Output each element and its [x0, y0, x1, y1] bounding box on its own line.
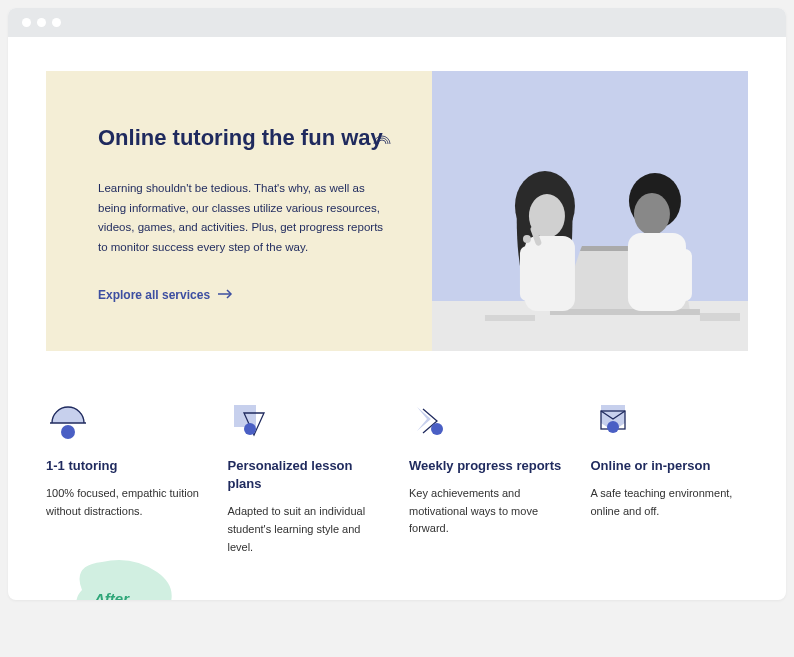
feature-title: 1-1 tutoring	[46, 457, 204, 475]
tutoring-icon	[46, 399, 204, 441]
feature-title: Personalized lesson plans	[228, 457, 386, 493]
svg-point-18	[61, 425, 75, 439]
hero-text-panel: Online tutoring the fun way Learning sho…	[46, 71, 432, 351]
browser-window: Online tutoring the fun way Learning sho…	[8, 8, 786, 600]
hero-description: Learning shouldn't be tedious. That's wh…	[98, 179, 392, 257]
svg-point-9	[523, 235, 531, 243]
hero-title: Online tutoring the fun way	[98, 125, 392, 151]
feature-title: Online or in-person	[591, 457, 749, 475]
feature-description: Key achievements and motivational ways t…	[409, 485, 567, 538]
svg-point-12	[634, 193, 670, 235]
students-photo	[432, 71, 748, 351]
page-content: Online tutoring the fun way Learning sho…	[8, 37, 786, 600]
svg-rect-15	[485, 315, 535, 321]
reports-icon	[409, 399, 567, 441]
feature-description: Adapted to suit an individual student's …	[228, 503, 386, 556]
browser-titlebar	[8, 8, 786, 37]
hero-image-panel	[432, 71, 748, 351]
features-row: 1-1 tutoring 100% focused, empathic tuit…	[46, 399, 748, 556]
svg-rect-8	[520, 246, 534, 301]
personalized-icon	[228, 399, 386, 441]
svg-point-21	[244, 423, 256, 435]
svg-point-25	[607, 421, 619, 433]
svg-rect-14	[678, 249, 692, 301]
online-icon	[591, 399, 749, 441]
svg-rect-13	[628, 233, 686, 311]
svg-point-23	[431, 423, 443, 435]
svg-rect-16	[700, 313, 740, 321]
rainbow-icon	[372, 131, 392, 149]
after-badge: After	[62, 550, 182, 600]
feature-tutoring: 1-1 tutoring 100% focused, empathic tuit…	[46, 399, 204, 556]
explore-services-link[interactable]: Explore all services	[98, 288, 234, 302]
window-dot	[37, 18, 46, 27]
hero-section: Online tutoring the fun way Learning sho…	[46, 71, 748, 351]
window-dot	[22, 18, 31, 27]
feature-reports: Weekly progress reports Key achievements…	[409, 399, 567, 556]
badge-label: After	[94, 590, 129, 600]
feature-online-inperson: Online or in-person A safe teaching envi…	[591, 399, 749, 556]
feature-description: 100% focused, empathic tuition without d…	[46, 485, 204, 520]
feature-title: Weekly progress reports	[409, 457, 567, 475]
cta-label: Explore all services	[98, 288, 210, 302]
feature-personalized: Personalized lesson plans Adapted to sui…	[228, 399, 386, 556]
arrow-right-icon	[218, 288, 234, 302]
window-dot	[52, 18, 61, 27]
feature-description: A safe teaching environment, online and …	[591, 485, 749, 520]
